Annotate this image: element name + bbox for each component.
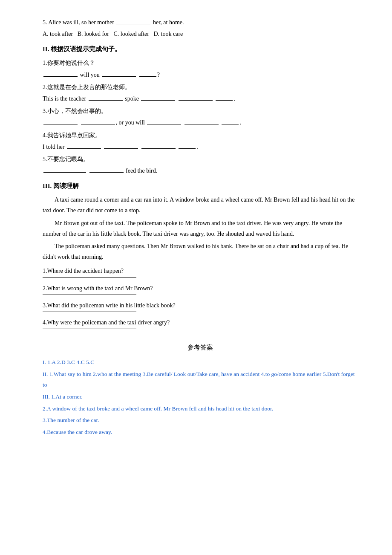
iii-q1-text: 1.Where did the accident happen? (43, 266, 358, 276)
iii-q4: 4.Why were the policeman and the taxi dr… (43, 317, 358, 329)
ii-q3: 3.小心，不然会出事的。 , or you will . (43, 106, 358, 128)
answer-line6: 4.Because the car drove away. (43, 427, 358, 438)
ii-q3-en: , or you will . (43, 117, 358, 128)
section-iii: III. 阅读理解 A taxi came round a corner and… (43, 180, 358, 329)
ii-q2-blank1 (89, 100, 123, 101)
passage-para3: The policeman asked many questions. Then… (43, 241, 358, 262)
answer-line5: 3.The number of the car. (43, 415, 358, 426)
answer-line4: 2.A window of the taxi broke and a wheel… (43, 403, 358, 414)
iii-q1-line (43, 278, 136, 278)
ii-q2-blank2 (141, 100, 175, 101)
ii-q3-blank1 (43, 124, 78, 124)
ii-q4-blank2 (104, 148, 138, 149)
iii-q3-line (43, 312, 136, 312)
answer-title: 参考答案 (43, 342, 358, 353)
ii-q1: 1.你要对他说什么？ will you ? (43, 58, 358, 80)
ii-q5-blank1 (43, 172, 86, 173)
ii-q4-en: I told her . (43, 142, 358, 152)
ii-q4-blank1 (67, 148, 101, 149)
ii-q5: 5.不要忘记喂鸟。 feed the bird. (43, 154, 358, 176)
ii-q3-blank2 (81, 124, 115, 124)
iii-q2: 2.What is wrong with the taxi and Mr Bro… (43, 283, 358, 295)
iii-q4-text: 4.Why were the policeman and the taxi dr… (43, 317, 358, 328)
ii-q2-blank3 (179, 100, 213, 101)
answer-line2: II. 1.What say to him 2.who at the meeti… (43, 369, 358, 390)
passage-para1: A taxi came round a corner and a car ran… (43, 194, 358, 216)
iii-q3-text: 3.What did the policeman write in his li… (43, 300, 358, 311)
ii-q2-en: This is the teacher spoke . (43, 93, 358, 104)
ii-q5-blank2 (89, 172, 124, 173)
ii-q2-cn: 2.这就是在会上发言的那位老师。 (43, 82, 358, 92)
ii-q3-cn: 3.小心，不然会出事的。 (43, 106, 358, 116)
ii-q4-blank3 (141, 148, 176, 149)
ii-q5-en: feed the bird. (43, 165, 358, 176)
answer-section: 参考答案 I. 1.A 2.D 3.C 4.C 5.C II. 1.What s… (43, 342, 358, 437)
ii-q3-blank5 (222, 124, 239, 124)
ii-q2: 2.这就是在会上发言的那位老师。 This is the teacher spo… (43, 82, 358, 104)
ii-q5-cn: 5.不要忘记喂鸟。 (43, 154, 358, 165)
iii-q4-line (43, 329, 136, 329)
ii-q4-blank4 (179, 148, 196, 149)
q5-text: 5. Alice was ill, so her mother her, at … (43, 17, 358, 28)
ii-q4-cn: 4.我告诉她早点回家。 (43, 130, 358, 141)
ii-q3-blank3 (147, 124, 181, 124)
passage-para2: Mr Brown got out of the taxi. The police… (43, 218, 358, 239)
answer-line1: I. 1.A 2.D 3.C 4.C 5.C (43, 357, 358, 368)
iii-q2-text: 2.What is wrong with the taxi and Mr Bro… (43, 283, 358, 294)
answer-content: I. 1.A 2.D 3.C 4.C 5.C II. 1.What say to… (43, 357, 358, 437)
q5-options: A. took after B. looked for C. looked af… (43, 29, 358, 39)
iii-q2-line (43, 295, 136, 295)
iii-q1: 1.Where did the accident happen? (43, 266, 358, 278)
section-iii-title: III. 阅读理解 (43, 180, 358, 192)
ii-q1-blank1 (43, 76, 78, 77)
ii-q1-cn: 1.你要对他说什么？ (43, 58, 358, 68)
ii-q2-blank4 (216, 100, 233, 101)
ii-q1-blank2 (102, 76, 136, 77)
ii-q1-blank3 (139, 76, 156, 77)
question-5: 5. Alice was ill, so her mother her, at … (43, 17, 358, 39)
ii-q4: 4.我告诉她早点回家。 I told her . (43, 130, 358, 152)
ii-q1-en: will you ? (43, 69, 358, 80)
ii-q3-blank4 (184, 124, 219, 124)
iii-q3: 3.What did the policeman write in his li… (43, 300, 358, 312)
section-ii-title: II. 根据汉语提示完成句子。 (43, 43, 358, 55)
answer-line3: III. 1.At a corner. (43, 391, 358, 402)
q5-blank (116, 24, 150, 24)
section-ii: II. 根据汉语提示完成句子。 1.你要对他说什么？ will you ? 2.… (43, 43, 358, 176)
